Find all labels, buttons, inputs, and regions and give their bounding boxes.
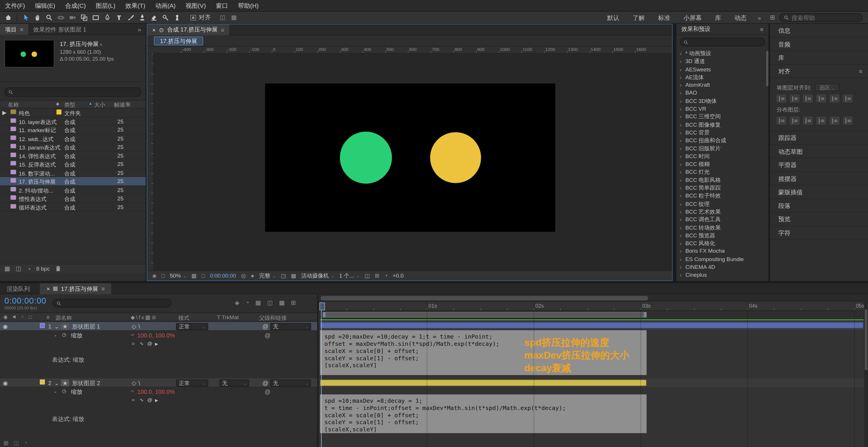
expression-enable-icon[interactable]: =	[132, 341, 134, 346]
close-icon[interactable]: ×	[152, 26, 156, 33]
property-twirl-icon[interactable]: ⌄	[54, 333, 57, 338]
menu-item-5[interactable]: 动画(A)	[150, 0, 181, 11]
expander-icon[interactable]: ›	[680, 240, 681, 248]
comp-mini-flowchart-icon[interactable]: ◈	[235, 299, 239, 307]
align-h-center-icon[interactable]	[790, 95, 799, 102]
magnification-icon[interactable]: ◈	[152, 273, 157, 279]
effects-category[interactable]: ›BCC 3D物体	[677, 97, 766, 105]
tab-timeline-comp[interactable]: × 17.挤压与伸展 ≡	[40, 283, 112, 294]
column-type[interactable]: 类型	[64, 101, 75, 109]
layer-visibility-toggle[interactable]: ◉	[3, 323, 8, 330]
property-twirl-icon[interactable]: ⌄	[54, 389, 57, 394]
expander-icon[interactable]: ›	[680, 97, 681, 105]
preview-item-name[interactable]: 17. 挤压与伸展 ▾	[60, 40, 114, 48]
expander-icon[interactable]: ›	[680, 89, 681, 97]
pixel-aspect-icon[interactable]: ⊞	[375, 273, 379, 279]
layer-twirl-icon[interactable]: ⌄	[54, 323, 59, 330]
workspace-0[interactable]: 默认	[600, 11, 626, 24]
layer-switches[interactable]: ◇\	[132, 380, 142, 386]
effects-category[interactable]: ›BCC 纹理	[677, 200, 766, 208]
expander-icon[interactable]: ›	[680, 73, 681, 81]
trash-icon[interactable]	[55, 265, 61, 272]
pickwhip-icon[interactable]: @	[265, 388, 271, 395]
menu-item-7[interactable]: 窗口	[211, 0, 233, 11]
item-name[interactable]: 11. marker标记	[19, 127, 56, 134]
project-row[interactable]: 13. param表达式合成25	[0, 143, 146, 152]
project-row[interactable]: 14. 弹性表达式合成25	[0, 151, 146, 160]
tab-composition[interactable]: × ⊙ 合成 17.挤压与伸展 ≡	[147, 24, 229, 35]
show-channel-icon[interactable]: ●	[251, 273, 254, 279]
audio-icon[interactable]: ◀	[12, 314, 16, 319]
pan-behind-tool-icon[interactable]	[78, 12, 90, 22]
resolution-select[interactable]: 完整⌄	[259, 272, 276, 280]
effects-category[interactable]: ›BCC 简单跟踪	[677, 184, 766, 192]
effects-search[interactable]	[680, 38, 765, 46]
solo-icon[interactable]: ○	[21, 314, 24, 319]
zoom-select[interactable]: 50%⌄	[170, 273, 186, 279]
timeline-search-input[interactable]	[64, 300, 168, 307]
effects-category[interactable]: ›BCC 模糊	[677, 160, 766, 168]
layer-row[interactable]: ◉2⌄★形状图层 2◇\正常⌄无⌄@无⌄	[0, 379, 317, 387]
effects-category[interactable]: ›BCC 艺术效果	[677, 208, 766, 216]
expression-language-icon[interactable]: ▶	[155, 398, 158, 403]
dock-panel-2[interactable]: 库	[770, 51, 868, 64]
column-name[interactable]: 名称	[8, 101, 19, 109]
clone-stamp-tool-icon[interactable]	[136, 12, 148, 22]
zoom-tool-icon[interactable]	[43, 12, 55, 22]
source-name-column[interactable]: 源名称	[55, 314, 72, 322]
new-folder-icon[interactable]: ◫	[16, 265, 22, 272]
roto-brush-tool-icon[interactable]	[159, 12, 171, 22]
expander-icon[interactable]: ›	[680, 113, 681, 121]
dock-panel-6[interactable]: 平滑器	[770, 158, 868, 172]
property-name[interactable]: 缩放	[71, 332, 83, 340]
snap-toggle[interactable]: 对齐	[190, 13, 211, 22]
item-name[interactable]: 16. 数字滚动...	[19, 169, 55, 177]
project-column-header[interactable]: 名称 ◆ 类型 ▲ 大小 帧速率	[0, 100, 146, 108]
expander-icon[interactable]: ›	[680, 153, 681, 160]
dock-panel-1[interactable]: 音频	[770, 37, 868, 51]
effects-category[interactable]: ›BCC 时间	[677, 153, 766, 160]
current-time-indicator-line[interactable]	[321, 302, 322, 447]
item-name[interactable]: 15. 反弹表达式	[19, 161, 56, 169]
stopwatch-icon[interactable]: ◷	[62, 388, 66, 394]
distribute-bottom-icon[interactable]	[803, 117, 813, 125]
menu-item-8[interactable]: 帮助(H)	[233, 0, 264, 11]
expression-graph-icon[interactable]: ∿	[140, 341, 144, 346]
green-circle[interactable]	[340, 132, 392, 184]
layer-visibility-toggle[interactable]: ◉	[3, 380, 8, 386]
link-dimensions-icon[interactable]: ∞	[131, 332, 134, 338]
text-tool-icon[interactable]	[113, 12, 124, 22]
project-row[interactable]: 惯性表达式合成25	[0, 194, 146, 203]
project-row[interactable]: 2. 抖动/摆动...合成25	[0, 186, 146, 194]
comp-viewport[interactable]	[154, 54, 672, 270]
view-count-select[interactable]: 1 个...⌄	[339, 272, 360, 280]
comp-navigator-tab[interactable]: 17.挤压与伸展	[154, 36, 203, 45]
hide-shy-icon[interactable]: ▦	[255, 299, 261, 307]
tab-render-queue[interactable]: 渲染队列	[0, 283, 36, 294]
pickwhip-icon[interactable]: @	[262, 323, 268, 330]
project-search-input[interactable]	[16, 89, 137, 95]
panel-menu-icon[interactable]: ≡	[101, 283, 105, 294]
workspace-5[interactable]: 动态	[728, 11, 753, 24]
project-row[interactable]: 10. layer表达式合成25	[0, 117, 146, 126]
expander-icon[interactable]: ›	[680, 129, 681, 137]
selection-tool-icon[interactable]	[20, 12, 32, 22]
parent-link-column[interactable]: 父级和链接	[259, 314, 287, 322]
link-dimensions-icon[interactable]: ∞	[131, 388, 134, 394]
lock-icon[interactable]: ⊙	[159, 26, 164, 33]
effects-category[interactable]: ›BCC 预览器	[677, 232, 766, 240]
dock-panel-9[interactable]: 段落	[770, 199, 868, 213]
effects-category[interactable]: ›BCC 三维空间	[677, 113, 766, 121]
distribute-v-center-icon[interactable]	[790, 117, 799, 125]
expander-icon[interactable]: ›	[680, 184, 681, 192]
distribute-h-center-icon[interactable]	[830, 117, 839, 125]
item-name[interactable]: 2. 抖动/摆动...	[19, 187, 53, 195]
panel-menu-icon[interactable]: ≡	[221, 26, 224, 33]
expander-icon[interactable]: ›	[680, 248, 681, 255]
menu-item-3[interactable]: 图层(L)	[91, 0, 120, 11]
project-row[interactable]: 11. marker标记合成25	[0, 126, 146, 134]
trkmat-column[interactable]: T TrkMat	[217, 314, 239, 320]
expander-icon[interactable]: ▶	[2, 109, 7, 116]
panel-menu-icon[interactable]: ≡	[20, 24, 24, 34]
effects-category[interactable]: ›BCC VR	[677, 105, 766, 113]
